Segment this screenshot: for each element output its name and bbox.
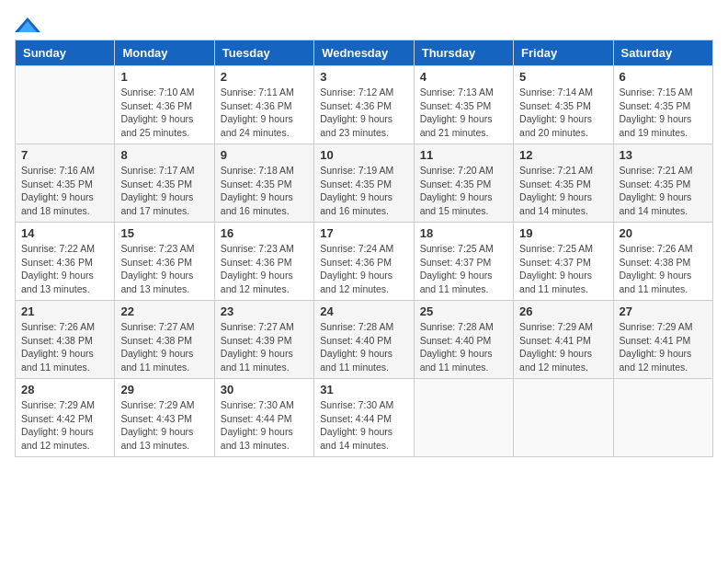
calendar-cell: 19Sunrise: 7:25 AM Sunset: 4:37 PM Dayli…	[514, 223, 613, 301]
day-info: Sunrise: 7:29 AM Sunset: 4:41 PM Dayligh…	[519, 320, 607, 374]
day-number: 13	[620, 148, 707, 162]
day-info: Sunrise: 7:29 AM Sunset: 4:41 PM Dayligh…	[620, 320, 707, 374]
day-info: Sunrise: 7:13 AM Sunset: 4:35 PM Dayligh…	[420, 86, 507, 140]
calendar-cell: 17Sunrise: 7:24 AM Sunset: 4:36 PM Dayli…	[314, 223, 414, 301]
calendar-cell: 12Sunrise: 7:21 AM Sunset: 4:35 PM Dayli…	[514, 144, 613, 223]
calendar-cell: 2Sunrise: 7:11 AM Sunset: 4:36 PM Daylig…	[214, 66, 313, 144]
day-info: Sunrise: 7:23 AM Sunset: 4:36 PM Dayligh…	[221, 242, 308, 296]
calendar-cell: 22Sunrise: 7:27 AM Sunset: 4:38 PM Dayli…	[115, 301, 214, 379]
day-number: 22	[120, 304, 208, 318]
day-info: Sunrise: 7:18 AM Sunset: 4:35 PM Dayligh…	[221, 164, 308, 218]
calendar-cell: 27Sunrise: 7:29 AM Sunset: 4:41 PM Dayli…	[613, 301, 712, 379]
calendar-week-row: 1Sunrise: 7:10 AM Sunset: 4:36 PM Daylig…	[16, 66, 713, 144]
calendar-week-row: 28Sunrise: 7:29 AM Sunset: 4:42 PM Dayli…	[16, 379, 713, 457]
day-info: Sunrise: 7:16 AM Sunset: 4:35 PM Dayligh…	[21, 164, 108, 218]
calendar-cell: 7Sunrise: 7:16 AM Sunset: 4:35 PM Daylig…	[16, 144, 115, 223]
calendar-cell: 4Sunrise: 7:13 AM Sunset: 4:35 PM Daylig…	[414, 66, 513, 144]
calendar-cell: 10Sunrise: 7:19 AM Sunset: 4:35 PM Dayli…	[314, 144, 414, 223]
day-info: Sunrise: 7:27 AM Sunset: 4:39 PM Dayligh…	[221, 320, 308, 374]
day-number: 17	[320, 226, 407, 240]
day-number: 9	[221, 148, 308, 162]
calendar-cell: 16Sunrise: 7:23 AM Sunset: 4:36 PM Dayli…	[214, 223, 313, 301]
logo	[15, 15, 44, 34]
day-info: Sunrise: 7:29 AM Sunset: 4:42 PM Dayligh…	[21, 398, 108, 453]
calendar-cell: 9Sunrise: 7:18 AM Sunset: 4:35 PM Daylig…	[214, 144, 313, 223]
day-number: 16	[221, 226, 308, 240]
day-info: Sunrise: 7:28 AM Sunset: 4:40 PM Dayligh…	[320, 320, 407, 374]
calendar-cell: 29Sunrise: 7:29 AM Sunset: 4:43 PM Dayli…	[115, 379, 214, 457]
day-info: Sunrise: 7:17 AM Sunset: 4:35 PM Dayligh…	[120, 164, 208, 218]
day-info: Sunrise: 7:29 AM Sunset: 4:43 PM Dayligh…	[120, 398, 208, 453]
day-info: Sunrise: 7:22 AM Sunset: 4:36 PM Dayligh…	[21, 242, 108, 296]
day-info: Sunrise: 7:10 AM Sunset: 4:36 PM Dayligh…	[120, 86, 208, 140]
day-number: 20	[620, 226, 707, 240]
day-header-sunday: Sunday	[16, 40, 115, 66]
day-header-thursday: Thursday	[414, 40, 513, 66]
day-info: Sunrise: 7:11 AM Sunset: 4:36 PM Dayligh…	[221, 86, 308, 140]
calendar-cell: 24Sunrise: 7:28 AM Sunset: 4:40 PM Dayli…	[314, 301, 414, 379]
day-number: 14	[21, 226, 108, 240]
calendar-cell: 8Sunrise: 7:17 AM Sunset: 4:35 PM Daylig…	[115, 144, 214, 223]
day-number: 18	[420, 226, 507, 240]
day-info: Sunrise: 7:25 AM Sunset: 4:37 PM Dayligh…	[519, 242, 607, 296]
day-header-friday: Friday	[514, 40, 613, 66]
day-number: 27	[620, 304, 707, 318]
day-info: Sunrise: 7:23 AM Sunset: 4:36 PM Dayligh…	[120, 242, 208, 296]
day-header-wednesday: Wednesday	[314, 40, 414, 66]
day-number: 2	[221, 70, 308, 84]
day-number: 19	[519, 226, 607, 240]
day-number: 30	[221, 383, 308, 396]
calendar-table: SundayMondayTuesdayWednesdayThursdayFrid…	[15, 40, 713, 457]
calendar-cell: 3Sunrise: 7:12 AM Sunset: 4:36 PM Daylig…	[314, 66, 414, 144]
calendar-cell: 30Sunrise: 7:30 AM Sunset: 4:44 PM Dayli…	[214, 379, 313, 457]
day-info: Sunrise: 7:26 AM Sunset: 4:38 PM Dayligh…	[620, 242, 707, 296]
day-number: 10	[320, 148, 407, 162]
day-info: Sunrise: 7:25 AM Sunset: 4:37 PM Dayligh…	[420, 242, 507, 296]
calendar-cell: 11Sunrise: 7:20 AM Sunset: 4:35 PM Dayli…	[414, 144, 513, 223]
day-info: Sunrise: 7:21 AM Sunset: 4:35 PM Dayligh…	[519, 164, 607, 218]
day-number: 5	[519, 70, 607, 84]
calendar-cell: 23Sunrise: 7:27 AM Sunset: 4:39 PM Dayli…	[214, 301, 313, 379]
calendar-cell: 18Sunrise: 7:25 AM Sunset: 4:37 PM Dayli…	[414, 223, 513, 301]
day-number: 26	[519, 304, 607, 318]
day-number: 25	[420, 304, 507, 318]
day-header-monday: Monday	[115, 40, 214, 66]
day-number: 24	[320, 304, 407, 318]
day-number: 6	[620, 70, 707, 84]
calendar-cell: 20Sunrise: 7:26 AM Sunset: 4:38 PM Dayli…	[613, 223, 712, 301]
day-info: Sunrise: 7:24 AM Sunset: 4:36 PM Dayligh…	[320, 242, 407, 296]
calendar-week-row: 14Sunrise: 7:22 AM Sunset: 4:36 PM Dayli…	[16, 223, 713, 301]
day-number: 28	[21, 383, 108, 396]
day-number: 11	[420, 148, 507, 162]
day-number: 15	[120, 226, 208, 240]
day-info: Sunrise: 7:28 AM Sunset: 4:40 PM Dayligh…	[420, 320, 507, 374]
day-number: 21	[21, 304, 108, 318]
calendar-cell: 26Sunrise: 7:29 AM Sunset: 4:41 PM Dayli…	[514, 301, 613, 379]
calendar-cell	[414, 379, 513, 457]
day-number: 3	[320, 70, 407, 84]
day-info: Sunrise: 7:15 AM Sunset: 4:35 PM Dayligh…	[620, 86, 707, 140]
calendar-week-row: 7Sunrise: 7:16 AM Sunset: 4:35 PM Daylig…	[16, 144, 713, 223]
day-info: Sunrise: 7:21 AM Sunset: 4:35 PM Dayligh…	[620, 164, 707, 218]
day-info: Sunrise: 7:30 AM Sunset: 4:44 PM Dayligh…	[221, 398, 308, 453]
calendar-cell: 28Sunrise: 7:29 AM Sunset: 4:42 PM Dayli…	[16, 379, 115, 457]
calendar-cell: 14Sunrise: 7:22 AM Sunset: 4:36 PM Dayli…	[16, 223, 115, 301]
day-number: 7	[21, 148, 108, 162]
day-info: Sunrise: 7:14 AM Sunset: 4:35 PM Dayligh…	[519, 86, 607, 140]
day-number: 8	[120, 148, 208, 162]
day-number: 12	[519, 148, 607, 162]
calendar-header-row: SundayMondayTuesdayWednesdayThursdayFrid…	[16, 40, 713, 66]
day-number: 4	[420, 70, 507, 84]
logo-icon	[15, 16, 40, 34]
day-info: Sunrise: 7:26 AM Sunset: 4:38 PM Dayligh…	[21, 320, 108, 374]
calendar-cell: 15Sunrise: 7:23 AM Sunset: 4:36 PM Dayli…	[115, 223, 214, 301]
day-number: 1	[120, 70, 208, 84]
page-header	[15, 15, 713, 34]
day-info: Sunrise: 7:19 AM Sunset: 4:35 PM Dayligh…	[320, 164, 407, 218]
day-number: 31	[320, 383, 407, 396]
day-number: 23	[221, 304, 308, 318]
day-info: Sunrise: 7:12 AM Sunset: 4:36 PM Dayligh…	[320, 86, 407, 140]
day-info: Sunrise: 7:30 AM Sunset: 4:44 PM Dayligh…	[320, 398, 407, 453]
calendar-cell: 31Sunrise: 7:30 AM Sunset: 4:44 PM Dayli…	[314, 379, 414, 457]
day-header-tuesday: Tuesday	[214, 40, 313, 66]
